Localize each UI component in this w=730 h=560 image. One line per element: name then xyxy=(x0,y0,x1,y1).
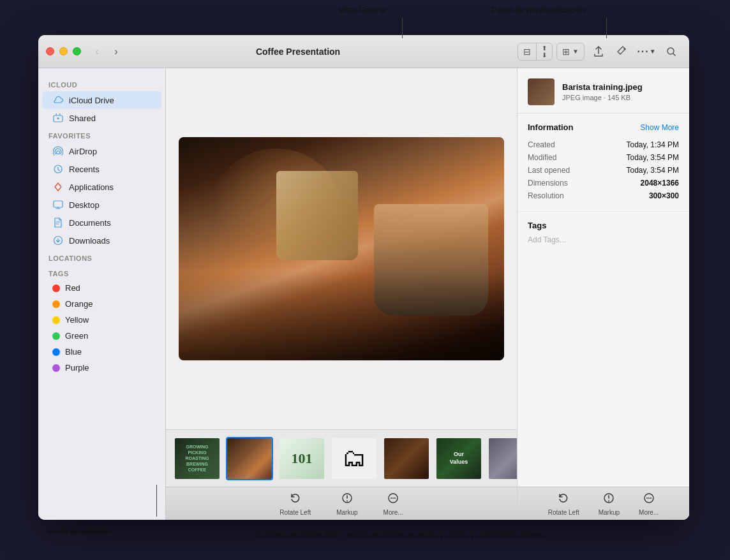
sidebar-item-applications[interactable]: Applications xyxy=(42,178,161,196)
info-row-dimensions: Dimensions 2048×1366 xyxy=(528,177,679,189)
share-icon xyxy=(593,46,604,57)
preview-markup-button[interactable]: Markup xyxy=(599,492,620,516)
view-icon-button[interactable]: ⊟ xyxy=(518,43,537,60)
tag-blue-label: Blue xyxy=(65,347,82,357)
resolution-label: Resolution xyxy=(528,191,564,200)
sidebar-item-recents[interactable]: Recents xyxy=(42,160,161,178)
svg-rect-5 xyxy=(54,201,63,207)
documents-label: Documents xyxy=(69,218,111,228)
sidebar-tag-orange[interactable]: Orange xyxy=(42,296,161,312)
sidebar: iCloud iCloud Drive Shared xyxy=(38,68,166,520)
gallery-icon: ⊞ xyxy=(562,47,570,57)
annotation-barra-arrastre: Barra de arrastre xyxy=(48,526,110,536)
gallery-arrow: ▼ xyxy=(572,48,579,55)
tags-title: Tags xyxy=(528,221,679,230)
rotate-left-icon xyxy=(289,492,302,508)
sidebar-tag-red[interactable]: Red xyxy=(42,280,161,296)
preview-panel: Barista training.jpeg JPEG image · 145 K… xyxy=(517,68,689,520)
applications-label: Applications xyxy=(69,182,114,192)
more-actions-icon xyxy=(387,492,399,508)
thumbnail-101[interactable]: 101 xyxy=(278,437,325,480)
tag-yellow-label: Yellow xyxy=(65,315,89,325)
thumbnail-folder[interactable]: 🗂 xyxy=(331,437,378,480)
tag-dot-yellow xyxy=(52,316,60,324)
preview-bottom-toolbar: Rotate Left Markup xyxy=(518,487,689,520)
dimensions-label: Dimensions xyxy=(528,179,568,188)
tag-dot-green xyxy=(52,332,60,340)
more-actions-button[interactable]: More... xyxy=(384,492,403,516)
sidebar-tag-purple[interactable]: Purple xyxy=(42,360,161,376)
thumbnail-coffee-beans[interactable] xyxy=(383,437,430,480)
add-tags-placeholder[interactable]: Add Tags... xyxy=(528,235,679,244)
annotation-combine-pdf: Combina archivos PDF, recorta archivos d… xyxy=(255,529,546,542)
airdrop-label: AirDrop xyxy=(69,147,97,156)
rotate-left-button[interactable]: Rotate Left xyxy=(279,492,311,516)
preview-rotate-button[interactable]: Rotate Left xyxy=(548,492,579,516)
sidebar-item-documents[interactable]: Documents xyxy=(42,214,161,232)
tag-dot-red xyxy=(52,284,60,292)
view-arrows-button[interactable]: ⬆⬇ xyxy=(537,43,552,60)
close-button[interactable] xyxy=(46,47,54,55)
sidebar-tag-yellow[interactable]: Yellow xyxy=(42,312,161,328)
preview-more-label: More... xyxy=(639,509,659,516)
sidebar-item-downloads[interactable]: Downloads xyxy=(42,232,161,249)
last-opened-value: Today, 3:54 PM xyxy=(627,166,680,175)
tag-dot-purple xyxy=(52,364,60,372)
search-button[interactable] xyxy=(661,41,682,62)
shared-icon xyxy=(52,112,64,124)
sidebar-tag-blue[interactable]: Blue xyxy=(42,344,161,360)
preview-tags-section: Tags Add Tags... xyxy=(518,212,689,253)
markup-button[interactable]: Markup xyxy=(336,492,357,516)
thumbnail-barista-selected[interactable] xyxy=(226,437,273,480)
file-area: GROWINGPICKINGROASTINGBREWINGCOFFEE 101 … xyxy=(166,68,517,520)
rotate-left-label: Rotate Left xyxy=(279,509,311,516)
sidebar-tag-green[interactable]: Green xyxy=(42,328,161,344)
preview-rotate-icon xyxy=(557,492,570,508)
markup-label: Markup xyxy=(336,509,357,516)
icloud-drive-label: iCloud Drive xyxy=(69,96,114,105)
main-content: iCloud iCloud Drive Shared xyxy=(38,68,689,520)
thumbnail-our-values[interactable]: OurValues xyxy=(435,437,482,480)
sidebar-item-airdrop[interactable]: AirDrop xyxy=(42,142,161,160)
file-type: JPEG image · 145 KB xyxy=(562,94,679,101)
annotation-panel-previsualizacion: Panel de previsualización xyxy=(491,5,585,15)
downloads-label: Downloads xyxy=(69,236,110,246)
traffic-lights xyxy=(46,47,81,55)
minimize-button[interactable] xyxy=(59,47,68,55)
preview-section-header: Information Show More xyxy=(528,122,679,132)
sidebar-section-favorites: Favorites xyxy=(38,127,165,142)
created-label: Created xyxy=(528,140,555,149)
svg-point-16 xyxy=(650,497,652,499)
recents-icon xyxy=(52,163,64,175)
show-more-link[interactable]: Show More xyxy=(640,123,679,132)
modified-value: Today, 3:54 PM xyxy=(627,153,680,162)
shared-label: Shared xyxy=(69,114,96,123)
annotation-vista-galeria: Vista Galería xyxy=(338,5,386,15)
barista-image xyxy=(179,137,504,360)
information-title: Information xyxy=(528,122,574,132)
thumbnail-photo[interactable] xyxy=(488,437,517,480)
svg-point-3 xyxy=(57,151,60,154)
sidebar-item-desktop[interactable]: Desktop xyxy=(42,196,161,214)
sidebar-item-icloud-drive[interactable]: iCloud Drive xyxy=(42,91,161,109)
sidebar-item-shared[interactable]: Shared xyxy=(42,109,161,127)
gallery-view-button[interactable]: ⊞ ▼ xyxy=(556,43,585,61)
airdrop-icon xyxy=(52,145,64,157)
titlebar: ‹ › Coffee Presentation ⊟ ⬆⬇ ⊞ ▼ xyxy=(38,35,689,68)
preview-more-icon xyxy=(643,492,655,508)
share-button[interactable] xyxy=(588,41,609,62)
gallery-image xyxy=(179,137,504,360)
view-switcher[interactable]: ⊟ ⬆⬇ xyxy=(518,43,553,61)
tag-dot-orange xyxy=(52,300,60,308)
thumbnail-book[interactable]: GROWINGPICKINGROASTINGBREWINGCOFFEE xyxy=(174,437,221,480)
applications-icon xyxy=(52,181,64,193)
icloud-drive-icon xyxy=(52,94,64,106)
preview-more-button[interactable]: More... xyxy=(639,492,659,516)
tag-orange-label: Orange xyxy=(65,299,93,309)
preview-file-header: Barista training.jpeg JPEG image · 145 K… xyxy=(518,68,689,114)
svg-point-14 xyxy=(646,497,648,499)
preview-markup-label: Markup xyxy=(599,509,620,516)
tag-button[interactable] xyxy=(613,41,633,62)
more-button[interactable]: ··· ▼ xyxy=(637,41,657,62)
markup-icon xyxy=(341,492,354,508)
